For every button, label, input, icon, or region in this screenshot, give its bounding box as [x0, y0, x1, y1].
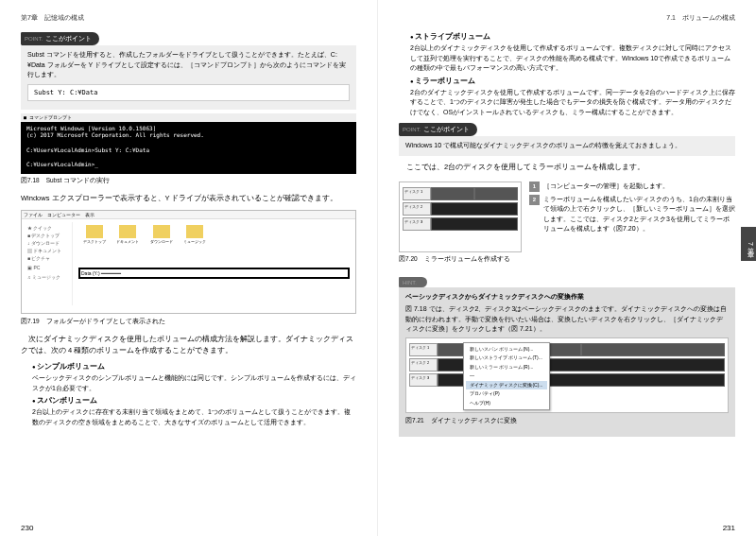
- text-mirror-intro: ここでは、2台のディスクを使用してミラーボリュームを構成します。: [399, 162, 735, 173]
- caption-720: 図7.20 ミラーボリュームを作成する: [399, 255, 522, 264]
- page-left: 第7章 記憶域の構成 POINT.ここがポイント Subst コマンドを使用する…: [0, 0, 378, 536]
- folder-icon: デスクトップ: [79, 225, 110, 244]
- text-dynamic-intro: 次にダイナミックディスクを使用したボリュームの構成方法を解説します。ダイナミック…: [21, 334, 356, 356]
- command-prompt: ■ コマンドプロンプト Microsoft Windows [Version 1…: [21, 113, 356, 174]
- caption-719: 図7.19 フォルダーがドライブとして表示された: [21, 318, 356, 326]
- hint-box: HINT. ベーシックディスクからダイナミックディスクへの変換作業 図 7.18…: [399, 277, 735, 438]
- point-box-2: POINT.ここがポイント Windows 10 で構成可能なダイナミックディス…: [399, 123, 735, 156]
- chapter-tab: 第7章: [741, 227, 756, 261]
- header-left: 第7章 記憶域の構成: [21, 13, 356, 23]
- point-box-1: POINT.ここがポイント Subst コマンドを使用すると、作成したフォルダー…: [21, 32, 356, 110]
- volume-types-right: ストライプボリューム2台以上のダイナミックディスクを使用して作成するボリュームで…: [410, 32, 735, 117]
- y-drive-highlight: Data (Y:) ━━━━━━━: [78, 268, 350, 279]
- context-menu[interactable]: 新しいスパン ボリューム(N)...新しいストライプ ボリューム(T)...新し…: [463, 342, 550, 411]
- subst-command: Subst Y: C:¥Data: [27, 84, 350, 102]
- page-number-left: 230: [21, 524, 33, 532]
- point-body: Subst コマンドを使用すると、作成したフォルダーをドライブとして扱うことがで…: [21, 45, 356, 110]
- caption-718: 図7.18 Subst コマンドの実行: [21, 177, 356, 185]
- page-number-right: 231: [723, 524, 735, 532]
- page-right: 7.1 ボリュームの構成 ストライプボリューム2台以上のダイナミックディスクを使…: [378, 0, 756, 536]
- disk-figure-721: ディスク 1 ディスク 2 ディスク 3 新しいスパン ボリューム(N)...新…: [405, 337, 729, 413]
- volume-types-left: シンプルボリュームベーシックディスクのシンプルボリュームと機能的には同じです。シ…: [32, 362, 356, 427]
- header-right: 7.1 ボリュームの構成: [399, 13, 735, 23]
- text-explorer-intro: Windows エクスプローラーで表示すると、Y ドライブが表示されていることが…: [21, 193, 356, 204]
- step-2: 2ミラーボリュームを構成したいディスクのうち、1台の未割り当て領域の上で右クリッ…: [529, 195, 735, 234]
- explorer-sidebar: ★ クイック■ デスクトップ↓ ダウンロード ▤ ドキュメント■ ピクチャ ▣ …: [26, 222, 73, 305]
- step-1: 1［コンピューターの管理］を起動します。: [529, 182, 735, 192]
- explorer-window: ファイル コンピューター 表示 ★ クイック■ デスクトップ↓ ダウンロード ▤…: [21, 210, 356, 314]
- disk-figure-720: ディスク 1 ディスク 2 ディスク 3: [399, 182, 522, 252]
- caption-721: 図7.21 ダイナミックディスクに変換: [405, 416, 729, 425]
- point-tab: POINT.ここがポイント: [21, 32, 99, 45]
